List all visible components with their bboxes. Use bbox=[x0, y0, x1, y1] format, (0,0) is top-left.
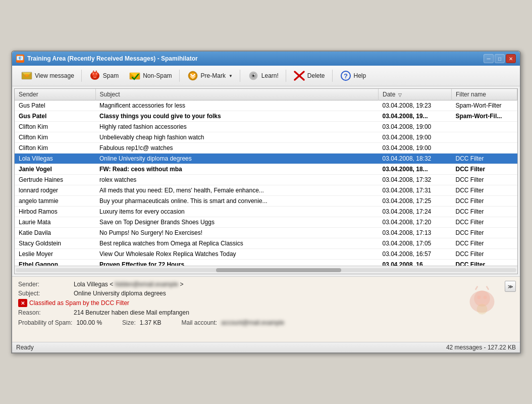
detail-bottom-row: Probability of Spam: 100.00 % Size: 1.37… bbox=[18, 319, 514, 326]
table-header-row: Sender Subject Date ▽ Filter name bbox=[15, 89, 517, 100]
detail-sender-value: Lola Villegas < hidden@email.example > bbox=[74, 281, 514, 288]
cell-sender: angelo tammie bbox=[15, 196, 95, 207]
cell-filter: DCC Filter bbox=[452, 175, 517, 185]
table-row[interactable]: Leslie MoyerView Our Wholesale Rolex Rep… bbox=[15, 249, 517, 260]
cell-date: 03.04.2008, 17:31 bbox=[379, 185, 452, 196]
pre-mark-button[interactable]: Pre-Mark ▼ bbox=[182, 68, 237, 84]
detail-subject-row: Subject: Online University diploma degre… bbox=[18, 290, 514, 297]
cell-date: 03.04.2008, 17:25 bbox=[379, 196, 452, 207]
cell-sender: Clifton Kim bbox=[15, 132, 95, 143]
cell-subject: Save on Top Designer Brands Shoes Uggs bbox=[95, 217, 379, 228]
col-header-subject[interactable]: Subject bbox=[95, 89, 379, 100]
table-row[interactable]: Katie DavilaNo Pumps! No Surgery! No Exe… bbox=[15, 228, 517, 238]
help-label: Help bbox=[354, 72, 366, 79]
prob-item: Probability of Spam: 100.00 % bbox=[18, 319, 102, 326]
collapse-button[interactable]: ≫ bbox=[505, 281, 516, 292]
table-row[interactable]: Ethel GagnonProven Effective for 72 Hour… bbox=[15, 260, 517, 266]
titlebar-left: 📧 Training Area (Recently Received Messa… bbox=[16, 55, 198, 63]
cell-filter: DCC Filter bbox=[452, 207, 517, 217]
statusbar-ready: Ready bbox=[16, 344, 34, 351]
table-row[interactable]: Stacy GoldsteinBest replica watches from… bbox=[15, 238, 517, 249]
cell-subject: All meds that you need: ED, mens' health… bbox=[95, 185, 379, 196]
cell-date: 03.04.2008, 17:32 bbox=[379, 175, 452, 185]
table-row[interactable]: Clifton KimUnbelievably cheap high fashi… bbox=[15, 132, 517, 143]
delete-label: Delete bbox=[307, 72, 325, 79]
table-row[interactable]: Janie VogelFW: Read: ceos without mba03.… bbox=[15, 164, 517, 175]
table-scroll-area[interactable]: Sender Subject Date ▽ Filter name bbox=[15, 89, 517, 266]
detail-panel: ≫ Sender: Lola Villegas < hidden@email.e… bbox=[12, 276, 520, 342]
sender-name: Lola Villegas < bbox=[74, 281, 113, 288]
cell-subject: rolex watches bbox=[95, 175, 379, 185]
cell-subject: Proven Effective for 72 Hours. bbox=[95, 260, 379, 266]
maximize-button[interactable]: □ bbox=[495, 54, 505, 63]
table-row[interactable]: Clifton KimFabulous rep1!c@ watches03.04… bbox=[15, 143, 517, 154]
table-row[interactable]: Gus PatelMagnificent accessories for les… bbox=[15, 100, 517, 111]
cell-date: 03.04.2008, 19:00 bbox=[379, 132, 452, 143]
cell-filter: DCC Filter bbox=[452, 164, 517, 175]
cell-subject: View Our Wholesale Rolex Replica Watches… bbox=[95, 249, 379, 260]
view-message-label: View message bbox=[35, 72, 74, 79]
prob-value: 100.00 % bbox=[76, 319, 102, 326]
cell-subject: FW: Read: ceos without mba bbox=[95, 164, 379, 175]
cell-sender: lonnard rodger bbox=[15, 185, 95, 196]
cell-filter: DCC Filter bbox=[452, 154, 517, 164]
main-window: 📧 Training Area (Recently Received Messa… bbox=[11, 50, 521, 354]
svg-point-21 bbox=[477, 295, 481, 299]
cell-filter: Spam-Wort-Fil... bbox=[452, 111, 517, 122]
svg-point-6 bbox=[95, 73, 97, 75]
col-header-date[interactable]: Date ▽ bbox=[379, 89, 452, 100]
minimize-button[interactable]: ─ bbox=[484, 54, 494, 63]
help-icon: ? bbox=[340, 70, 352, 81]
close-button[interactable]: ✕ bbox=[506, 54, 516, 63]
cell-sender: Lola Villegas bbox=[15, 154, 95, 164]
cell-subject: Highly rated fashion accessories bbox=[95, 122, 379, 132]
col-header-filter[interactable]: Filter name bbox=[452, 89, 517, 100]
email-rows: Gus PatelMagnificent accessories for les… bbox=[15, 100, 517, 266]
table-row[interactable]: Laurie MataSave on Top Designer Brands S… bbox=[15, 217, 517, 228]
learn-button[interactable]: Learn! bbox=[243, 68, 283, 84]
table-row[interactable]: Lola VillegasOnline University diploma d… bbox=[15, 154, 517, 164]
spam-icon bbox=[89, 70, 101, 81]
view-message-icon bbox=[21, 70, 33, 81]
cell-filter bbox=[452, 143, 517, 154]
cell-date: 03.04.2008, 18:32 bbox=[379, 154, 452, 164]
spam-label: Spam bbox=[103, 72, 119, 79]
detail-sender-row: Sender: Lola Villegas < hidden@email.exa… bbox=[18, 281, 514, 288]
detail-reason-label: Reason: bbox=[18, 309, 74, 316]
table-row[interactable]: Gertrude Hainesrolex watches03.04.2008, … bbox=[15, 175, 517, 185]
cell-subject: Classy things you could give to your fol… bbox=[95, 111, 379, 122]
detail-sender-label: Sender: bbox=[18, 281, 74, 288]
scrollbar-thumb bbox=[216, 268, 341, 272]
separator-5 bbox=[332, 70, 333, 82]
table-row[interactable]: Gus PatelClassy things you could give to… bbox=[15, 111, 517, 122]
svg-point-5 bbox=[92, 73, 94, 75]
svg-text:✕: ✕ bbox=[21, 300, 25, 306]
help-button[interactable]: ? Help bbox=[335, 68, 371, 84]
learn-label: Learn! bbox=[261, 72, 279, 79]
view-message-button[interactable]: View message bbox=[16, 68, 79, 84]
date-sort-arrow: ▽ bbox=[398, 92, 402, 97]
cell-sender: Stacy Goldstein bbox=[15, 238, 95, 249]
cell-sender: Gus Patel bbox=[15, 100, 95, 111]
email-table: Sender Subject Date ▽ Filter name bbox=[15, 89, 517, 266]
col-header-sender[interactable]: Sender bbox=[15, 89, 95, 100]
cell-date: 03.04.2008, 19:23 bbox=[379, 100, 452, 111]
cell-filter bbox=[452, 122, 517, 132]
table-row[interactable]: Clifton KimHighly rated fashion accessor… bbox=[15, 122, 517, 132]
svg-text:?: ? bbox=[344, 72, 348, 80]
spam-button[interactable]: Spam bbox=[84, 68, 123, 84]
table-row[interactable]: Hirbod RamosLuxury items for every occas… bbox=[15, 207, 517, 217]
table-row[interactable]: lonnard rodgerAll meds that you need: ED… bbox=[15, 185, 517, 196]
svg-point-4 bbox=[92, 72, 98, 77]
cell-date: 03.04.2008, 16... bbox=[379, 260, 452, 266]
cell-subject: Online University diploma degrees bbox=[95, 154, 379, 164]
table-row[interactable]: angelo tammieBuy your pharmaceuticals on… bbox=[15, 196, 517, 207]
pre-mark-label: Pre-Mark bbox=[201, 72, 226, 79]
delete-button[interactable]: Delete bbox=[289, 68, 330, 84]
cell-subject: Buy your pharmaceuticals online. This is… bbox=[95, 196, 379, 207]
cell-subject: Fabulous rep1!c@ watches bbox=[95, 143, 379, 154]
cell-filter: DCC Filter bbox=[452, 238, 517, 249]
cell-date: 03.04.2008, 16:57 bbox=[379, 249, 452, 260]
horizontal-scrollbar[interactable] bbox=[15, 266, 517, 274]
non-spam-button[interactable]: Non-Spam bbox=[124, 68, 176, 84]
